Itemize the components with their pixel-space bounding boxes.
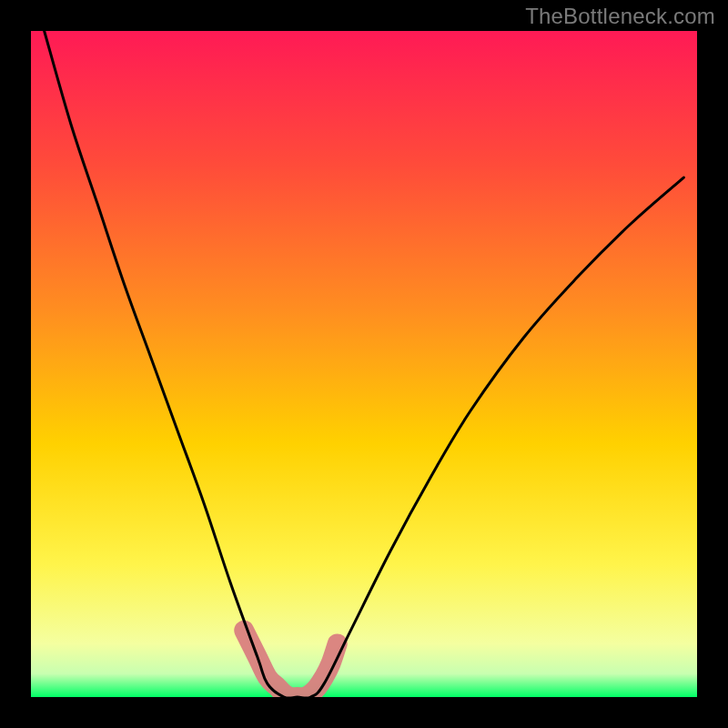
watermark-label: TheBottleneck.com	[525, 4, 715, 29]
plot-background	[31, 31, 697, 697]
chart-frame: TheBottleneck.com	[0, 0, 728, 728]
bottleneck-chart	[0, 0, 728, 728]
